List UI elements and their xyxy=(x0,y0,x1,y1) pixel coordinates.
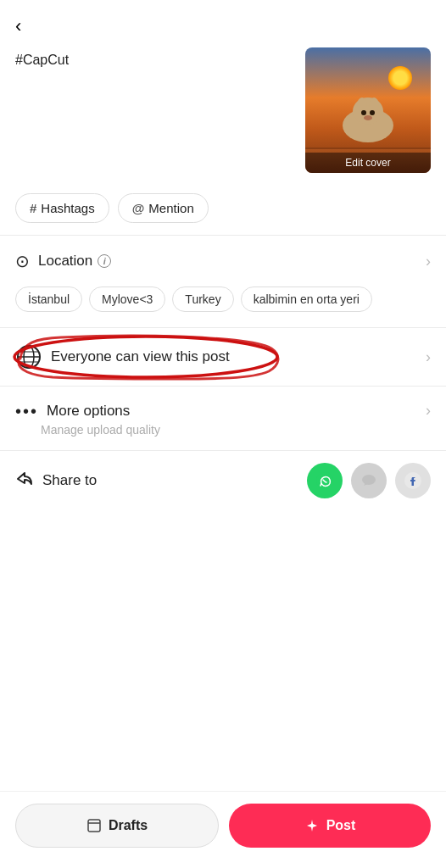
tag-row: # Hashtags @ Mention xyxy=(0,185,446,235)
mention-symbol: @ xyxy=(132,201,145,215)
whatsapp-button[interactable] xyxy=(307,463,343,498)
svg-point-1 xyxy=(353,97,383,125)
header: ‹ xyxy=(0,0,446,47)
mention-label: Mention xyxy=(148,201,193,215)
globe-icon xyxy=(15,343,42,370)
chip-turkey[interactable]: Turkey xyxy=(172,287,233,312)
drafts-icon xyxy=(86,818,102,833)
svg-point-4 xyxy=(361,110,366,115)
caption-text[interactable]: #CapCut xyxy=(15,47,293,70)
info-icon: i xyxy=(98,254,111,268)
visibility-chevron: › xyxy=(426,348,431,366)
share-apps xyxy=(307,463,431,498)
more-options-chevron: › xyxy=(426,402,431,420)
post-label: Post xyxy=(326,818,356,833)
svg-point-5 xyxy=(370,110,375,115)
share-label: Share to xyxy=(42,472,307,489)
location-icon: ⊙ xyxy=(15,251,30,271)
caption-area: #CapCut Edit cover xyxy=(0,47,446,185)
dog-silhouette xyxy=(330,90,406,149)
bottom-bar: Drafts Post xyxy=(0,791,446,868)
location-chips: İstanbul Mylove<3 Turkey kalbimin en ort… xyxy=(0,287,446,327)
post-button[interactable]: Post xyxy=(229,804,431,848)
mention-button[interactable]: @ Mention xyxy=(118,193,209,223)
svg-point-2 xyxy=(357,97,367,113)
svg-point-6 xyxy=(364,115,372,120)
message-button[interactable] xyxy=(351,463,387,498)
visibility-label: Everyone can view this post xyxy=(51,348,426,365)
location-label: Location i xyxy=(38,253,426,270)
hashtag-symbol: # xyxy=(30,201,36,215)
svg-point-3 xyxy=(369,97,379,113)
edit-cover-button[interactable]: Edit cover xyxy=(305,153,431,173)
svg-point-14 xyxy=(362,475,376,485)
chip-mylove[interactable]: Mylove<3 xyxy=(89,287,165,312)
hashtags-button[interactable]: # Hashtags xyxy=(15,193,109,223)
hashtags-label: Hashtags xyxy=(41,201,94,215)
facebook-button[interactable] xyxy=(395,463,431,498)
share-row: Share to xyxy=(0,451,446,510)
drafts-button[interactable]: Drafts xyxy=(15,804,219,848)
chip-istanbul[interactable]: İstanbul xyxy=(15,287,82,312)
back-button[interactable]: ‹ xyxy=(15,14,28,39)
location-row[interactable]: ⊙ Location i › xyxy=(0,236,446,287)
video-thumbnail[interactable]: Edit cover xyxy=(305,47,431,173)
visibility-row[interactable]: Everyone can view this post › xyxy=(0,328,446,386)
more-options-label: More options xyxy=(47,403,426,420)
svg-rect-16 xyxy=(88,820,100,832)
drafts-label: Drafts xyxy=(109,818,148,833)
spacer xyxy=(0,510,446,612)
post-sparkle-icon xyxy=(304,818,320,833)
sun-decoration xyxy=(388,66,412,90)
share-icon xyxy=(15,470,34,492)
more-options-sublabel: Manage upload quality xyxy=(0,423,446,450)
more-dots-icon: ••• xyxy=(15,403,38,420)
chip-kalbimin[interactable]: kalbimin en orta yeri xyxy=(241,287,372,312)
location-chevron: › xyxy=(426,253,431,270)
more-options-row[interactable]: ••• More options › xyxy=(0,387,446,423)
